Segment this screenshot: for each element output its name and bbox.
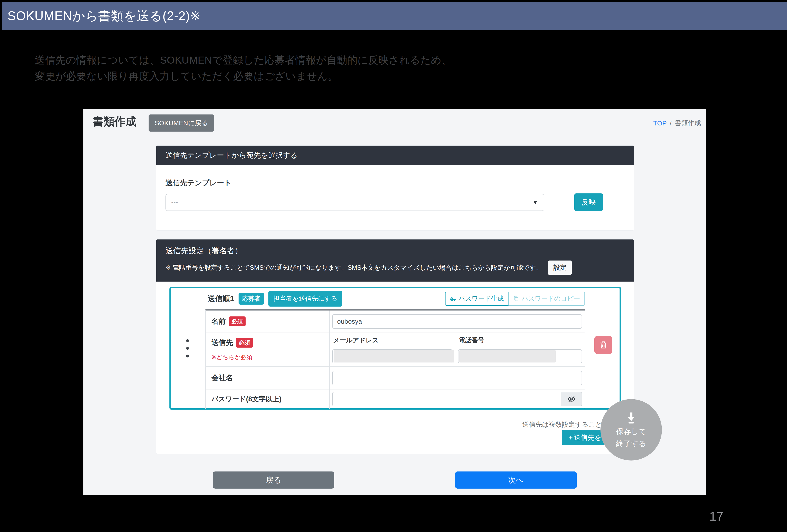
drag-dot-icon xyxy=(186,347,189,350)
generate-password-button[interactable]: パスワード生成 xyxy=(445,292,509,306)
table-row-company: 会社名 xyxy=(206,367,584,390)
drag-handle[interactable] xyxy=(171,288,204,408)
sms-note-row: ※ 電話番号を設定することでSMSでの通知が可能になります。SMS本文をカスタマ… xyxy=(166,261,624,275)
name-value-cell xyxy=(329,311,584,332)
name-input[interactable] xyxy=(332,314,582,329)
redacted-phone-value xyxy=(459,350,556,362)
drag-dot-icon xyxy=(186,355,189,357)
phone-sub-column: 電話番号 xyxy=(455,332,584,367)
table-row-password: パスワード(8文字以上) xyxy=(206,390,584,409)
apply-template-button[interactable]: 反映 xyxy=(574,194,603,211)
sms-settings-button[interactable]: 設定 xyxy=(548,261,572,275)
destination-label-cell: 送信先 必須 ※どちらか必須 xyxy=(206,332,329,367)
next-button[interactable]: 次へ xyxy=(455,471,577,489)
description-line-2: 変更が必要ない限り再度入力していただく必要はございません。 xyxy=(35,68,452,84)
download-icon xyxy=(624,411,638,425)
breadcrumb-current: 書類作成 xyxy=(675,119,701,128)
template-card-header: 送信先テンプレートから宛先を選択する xyxy=(156,146,634,165)
sms-note-text: ※ 電話番号を設定することでSMSでの通知が可能になります。SMS本文をカスタマ… xyxy=(166,263,542,272)
page-number: 17 xyxy=(709,509,724,524)
back-button[interactable]: 戻る xyxy=(213,471,334,489)
password-input[interactable] xyxy=(332,392,561,406)
recipient-card: 送信先設定（署名者） ※ 電話番号を設定することでSMSでの通知が可能になります… xyxy=(156,239,634,454)
password-label-cell: パスワード(8文字以上) xyxy=(206,390,329,409)
eye-slash-icon xyxy=(567,395,576,403)
required-badge: 必須 xyxy=(236,338,253,348)
company-value-cell xyxy=(329,367,584,389)
email-label: メールアドレス xyxy=(333,336,379,345)
recipient-card-header: 送信先設定（署名者） ※ 電話番号を設定することでSMSでの通知が可能になります… xyxy=(156,240,634,282)
name-label: 名前 xyxy=(211,316,226,326)
key-icon xyxy=(450,295,456,302)
description-line-1: 送信先の情報については、SOKUMENで登録した応募者情報が自動的に反映されるた… xyxy=(35,52,452,68)
company-label-cell: 会社名 xyxy=(206,367,329,389)
destination-value-cell: メールアドレス 電話番号 xyxy=(329,332,584,367)
destination-label: 送信先 xyxy=(211,338,233,348)
phone-label: 電話番号 xyxy=(459,336,484,345)
email-sub-column: メールアドレス xyxy=(329,332,455,367)
save-overlay-line-1: 保存して xyxy=(616,426,646,437)
recipient-box: 送信順1 応募者 担当者を送信先にする パスワード生成 xyxy=(169,287,621,410)
password-button-group: パスワード生成 パスワードのコピー xyxy=(445,292,585,306)
password-label: パスワード(8文字以上) xyxy=(211,395,281,404)
recipient-section-title: 送信先設定（署名者） xyxy=(166,246,242,256)
generate-password-label: パスワード生成 xyxy=(459,294,504,303)
template-card: 送信先テンプレートから宛先を選択する 送信先テンプレート --- ▼ 反映 xyxy=(156,146,634,230)
password-value-cell xyxy=(329,390,584,409)
table-row-destination: 送信先 必須 ※どちらか必須 メールアドレス xyxy=(206,332,584,367)
template-select[interactable]: --- ▼ xyxy=(166,194,544,211)
chevron-down-icon: ▼ xyxy=(532,199,544,206)
save-overlay-line-2: 終了する xyxy=(616,438,646,449)
trash-icon xyxy=(599,340,608,350)
slide-description: 送信先の情報については、SOKUMENで登録した応募者情報が自動的に反映されるた… xyxy=(35,52,452,84)
send-order-label: 送信順1 xyxy=(208,294,234,304)
template-select-label: 送信先テンプレート xyxy=(166,178,232,188)
template-select-value: --- xyxy=(166,198,532,206)
back-to-sokumen-button[interactable]: SOKUMENに戻る xyxy=(149,114,214,132)
drag-dot-icon xyxy=(186,339,189,342)
table-row-name: 名前 必須 xyxy=(206,311,584,332)
redacted-email-value xyxy=(334,350,454,362)
name-label-cell: 名前 必須 xyxy=(206,311,329,332)
copy-password-label: パスワードのコピー xyxy=(522,294,580,303)
copy-password-button[interactable]: パスワードのコピー xyxy=(509,292,585,306)
recipient-header-row: 送信順1 応募者 担当者を送信先にする パスワード生成 xyxy=(206,288,585,309)
breadcrumb-top-link[interactable]: TOP xyxy=(653,119,667,127)
breadcrumb-separator: / xyxy=(670,119,672,127)
either-required-note: ※どちらか必須 xyxy=(211,353,252,361)
required-badge: 必須 xyxy=(229,316,246,326)
company-input[interactable] xyxy=(332,371,582,385)
applicant-type-badge: 応募者 xyxy=(238,293,264,305)
slide-title: SOKUMENから書類を送る(2-2)※ xyxy=(2,8,201,25)
toggle-password-visibility-button[interactable] xyxy=(561,392,582,406)
company-label: 会社名 xyxy=(211,373,233,383)
page-title: 書類作成 xyxy=(92,114,136,129)
delete-recipient-button[interactable] xyxy=(594,336,612,354)
slide-title-bar: SOKUMENから書類を送る(2-2)※ xyxy=(2,2,787,30)
save-and-exit-button[interactable]: 保存して 終了する xyxy=(600,399,662,461)
breadcrumb: TOP / 書類作成 xyxy=(653,119,701,128)
recipient-form-table: 名前 必須 送信先 必須 ※どちらか必須 xyxy=(206,309,585,409)
copy-icon xyxy=(513,295,519,302)
set-contact-as-recipient-button[interactable]: 担当者を送信先にする xyxy=(269,291,342,307)
slide-root: SOKUMENから書類を送る(2-2)※ 送信先の情報については、SOKUMEN… xyxy=(0,0,787,532)
